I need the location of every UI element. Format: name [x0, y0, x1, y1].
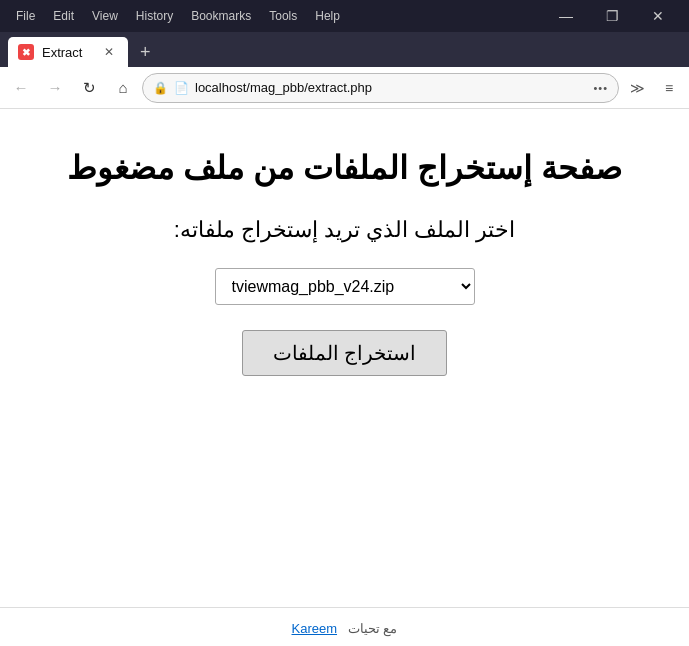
address-bar[interactable]: 🔒 📄 localhost/mag_pbb/extract.php •••: [142, 73, 619, 103]
page-icon: 📄: [174, 81, 189, 95]
reload-button[interactable]: ↻: [74, 73, 104, 103]
page-subtitle: اختر الملف الذي تريد إستخراج ملفاته:: [174, 217, 516, 243]
page-title: صفحة إستخراج الملفات من ملف مضغوط: [67, 149, 621, 187]
footer-divider: [0, 607, 689, 608]
url-text: localhost/mag_pbb/extract.php: [195, 80, 587, 95]
minimize-button[interactable]: —: [543, 0, 589, 32]
menu-bar: File Edit View History Bookmarks Tools H…: [8, 7, 543, 25]
menu-view[interactable]: View: [84, 7, 126, 25]
nav-bar: ← → ↻ ⌂ 🔒 📄 localhost/mag_pbb/extract.ph…: [0, 67, 689, 109]
new-tab-button[interactable]: +: [132, 37, 159, 67]
more-icon[interactable]: •••: [593, 82, 608, 94]
menu-history[interactable]: History: [128, 7, 181, 25]
security-icon: 🔒: [153, 81, 168, 95]
file-select-wrapper: tviewmag_pbb_v24.zip: [215, 268, 475, 305]
tab-favicon: ✖: [18, 44, 34, 60]
tab-extract[interactable]: ✖ Extract ✕: [8, 37, 128, 67]
menu-help[interactable]: Help: [307, 7, 348, 25]
page-footer: مع تحيات Kareem: [0, 621, 689, 636]
menu-edit[interactable]: Edit: [45, 7, 82, 25]
page-content: صفحة إستخراج الملفات من ملف مضغوط اختر ا…: [0, 109, 689, 646]
extensions-button[interactable]: ≫: [623, 74, 651, 102]
tab-label: Extract: [42, 45, 82, 60]
menu-tools[interactable]: Tools: [261, 7, 305, 25]
title-bar: File Edit View History Bookmarks Tools H…: [0, 0, 689, 32]
menu-button[interactable]: ≡: [655, 74, 683, 102]
tab-bar: ✖ Extract ✕ +: [0, 32, 689, 67]
restore-button[interactable]: ❐: [589, 0, 635, 32]
footer-text: مع تحيات: [348, 621, 398, 636]
window-controls: — ❐ ✕: [543, 0, 681, 32]
forward-button[interactable]: →: [40, 73, 70, 103]
file-select[interactable]: tviewmag_pbb_v24.zip: [215, 268, 475, 305]
footer-link[interactable]: Kareem: [292, 621, 338, 636]
menu-bookmarks[interactable]: Bookmarks: [183, 7, 259, 25]
home-button[interactable]: ⌂: [108, 73, 138, 103]
tab-close-button[interactable]: ✕: [100, 43, 118, 61]
close-button[interactable]: ✕: [635, 0, 681, 32]
menu-file[interactable]: File: [8, 7, 43, 25]
back-button[interactable]: ←: [6, 73, 36, 103]
extract-button[interactable]: استخراج الملفات: [242, 330, 448, 376]
